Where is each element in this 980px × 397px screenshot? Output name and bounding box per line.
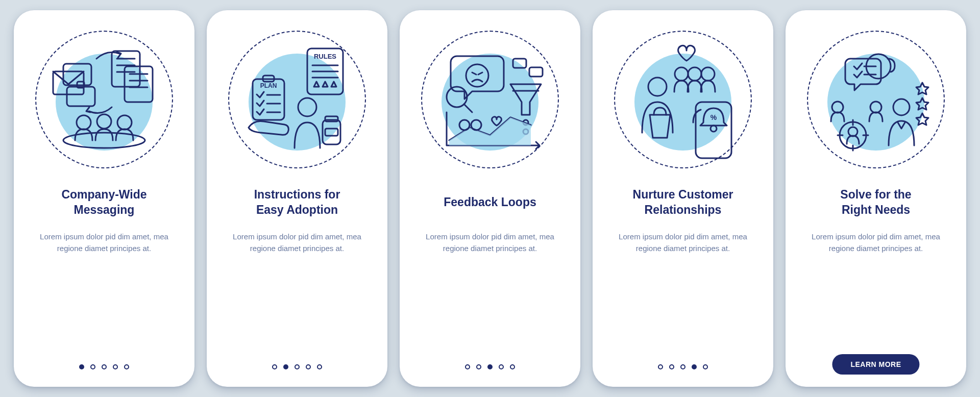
- pagination-dots: [207, 364, 387, 369]
- screen-description: Lorem ipsum dolor pid dim amet, mea regi…: [798, 231, 954, 255]
- onboarding-screen-2: RULES PLAN Instructions for Ea: [207, 10, 387, 387]
- dot-1[interactable]: [79, 364, 84, 369]
- dot-1[interactable]: [272, 364, 277, 369]
- feedback-loops-icon: [421, 31, 559, 168]
- pagination-dots: [14, 364, 194, 369]
- dot-3[interactable]: [102, 364, 107, 369]
- dot-4[interactable]: [692, 364, 697, 369]
- dot-1[interactable]: [658, 364, 663, 369]
- right-needs-icon: [807, 31, 945, 168]
- dot-1[interactable]: [465, 364, 470, 369]
- pagination-dots: [400, 364, 580, 369]
- onboarding-screen-4: % Nurture Customer Relationships Lorem i…: [593, 10, 773, 387]
- dot-5[interactable]: [317, 364, 322, 369]
- onboarding-screen-3: Feedback Loops Lorem ipsum dolor pid dim…: [400, 10, 580, 387]
- easy-adoption-icon: RULES PLAN: [228, 31, 366, 168]
- dot-2[interactable]: [90, 364, 95, 369]
- dot-4[interactable]: [499, 364, 504, 369]
- screen-title: Feedback Loops: [444, 187, 536, 218]
- dot-5[interactable]: [703, 364, 708, 369]
- dot-2[interactable]: [669, 364, 674, 369]
- screen-description: Lorem ipsum dolor pid dim amet, mea regi…: [26, 231, 182, 255]
- dot-5[interactable]: [510, 364, 515, 369]
- screen-title: Company-Wide Messaging: [61, 187, 146, 218]
- company-messaging-icon: [35, 31, 173, 168]
- screen-description: Lorem ipsum dolor pid dim amet, mea regi…: [412, 231, 568, 255]
- onboarding-screen-5: Solve for the Right Needs Lorem ipsum do…: [786, 10, 966, 387]
- dot-3[interactable]: [295, 364, 300, 369]
- screen-description: Lorem ipsum dolor pid dim amet, mea regi…: [219, 231, 375, 255]
- dot-5[interactable]: [124, 364, 129, 369]
- screen-title: Solve for the Right Needs: [840, 187, 911, 218]
- dot-2[interactable]: [283, 364, 288, 369]
- pagination-dots: [593, 364, 773, 369]
- nurture-relationships-icon: %: [614, 31, 752, 168]
- learn-more-button[interactable]: LEARN MORE: [832, 354, 919, 375]
- dot-4[interactable]: [113, 364, 118, 369]
- dot-2[interactable]: [476, 364, 481, 369]
- onboarding-screen-1: Company-Wide Messaging Lorem ipsum dolor…: [14, 10, 194, 387]
- screen-title: Instructions for Easy Adoption: [254, 187, 340, 218]
- screen-description: Lorem ipsum dolor pid dim amet, mea regi…: [605, 231, 761, 255]
- dot-3[interactable]: [487, 364, 493, 369]
- dot-3[interactable]: [680, 364, 685, 369]
- screen-title: Nurture Customer Relationships: [633, 187, 733, 218]
- dot-4[interactable]: [306, 364, 311, 369]
